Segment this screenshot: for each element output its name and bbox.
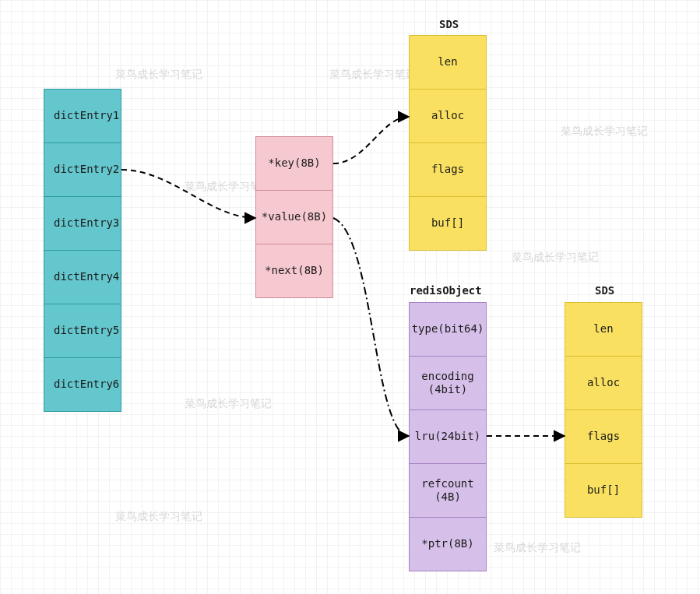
robj-lru-cell: lru(24bit) (409, 409, 487, 464)
watermark: 菜鸟成长学习笔记 (115, 68, 202, 82)
dict-entries: dictEntry1 dictEntry2 dictEntry3 dictEnt… (44, 89, 121, 412)
sds-block-1: len alloc flags buf[] (409, 35, 487, 251)
robj-encoding-cell: encoding (4bit) (409, 356, 487, 410)
robj-ptr-cell: *ptr(8B) (409, 517, 487, 571)
dictentry-cell: dictEntry6 (44, 357, 121, 412)
entry-fields: *key(8B) *value(8B) *next(8B) (255, 136, 333, 298)
title-sds-1: SDS (439, 18, 459, 30)
dictentry-cell: dictEntry5 (44, 304, 121, 358)
redisobject-block: type(bit64) encoding (4bit) lru(24bit) r… (409, 302, 487, 571)
title-redisobject: redisObject (410, 284, 482, 297)
sds-block-2: len alloc flags buf[] (565, 302, 642, 518)
watermark: 菜鸟成长学习笔记 (115, 510, 202, 524)
dictentry-cell: dictEntry1 (44, 89, 121, 143)
watermark: 菜鸟成长学习笔记 (512, 251, 599, 265)
dictentry-cell: dictEntry2 (44, 142, 121, 197)
watermark: 菜鸟成长学习笔记 (561, 125, 648, 139)
diagram-canvas: 菜鸟成长学习笔记 菜鸟成长学习笔记 菜鸟成长学习笔记 菜鸟成长学习笔记 菜鸟成长… (0, 0, 700, 594)
sds-buf-cell: buf[] (409, 196, 487, 251)
sds2-len-cell: len (565, 302, 642, 357)
sds-len-cell: len (409, 35, 487, 90)
sds-alloc-cell: alloc (409, 89, 487, 143)
robj-type-cell: type(bit64) (409, 302, 487, 357)
arrow-value-to-redisobject (333, 218, 409, 436)
entry-value-cell: *value(8B) (255, 190, 333, 244)
sds2-buf-cell: buf[] (565, 463, 642, 518)
watermark: 菜鸟成长学习笔记 (329, 68, 417, 82)
dictentry-cell: dictEntry3 (44, 196, 121, 251)
arrow-key-to-sds (333, 117, 409, 163)
watermark: 菜鸟成长学习笔记 (185, 397, 272, 411)
title-sds-2: SDS (595, 284, 614, 297)
arrow-dictentry2-to-value (121, 170, 255, 218)
sds-flags-cell: flags (409, 142, 487, 197)
dictentry-cell: dictEntry4 (44, 250, 121, 304)
sds2-alloc-cell: alloc (565, 356, 642, 410)
entry-next-cell: *next(8B) (255, 244, 333, 298)
robj-refcount-cell: refcount (4B) (409, 463, 487, 518)
entry-key-cell: *key(8B) (255, 136, 333, 191)
watermark: 菜鸟成长学习笔记 (494, 541, 581, 555)
sds2-flags-cell: flags (565, 409, 642, 464)
